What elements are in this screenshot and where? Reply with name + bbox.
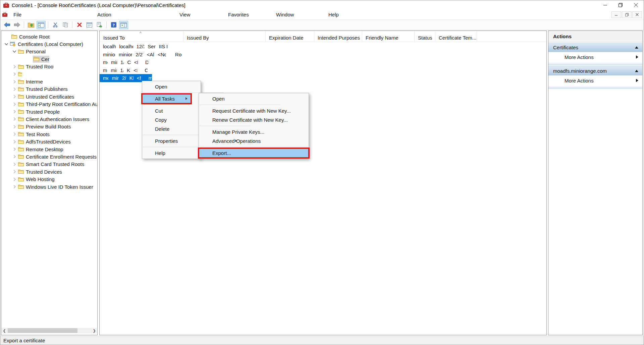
context-menu-item[interactable]: Copy — [142, 115, 163, 124]
chevron-icon[interactable] — [3, 42, 9, 47]
chevron-icon[interactable] — [11, 154, 17, 159]
tree-item[interactable]: Trusted Root Certification Autho — [1, 63, 54, 70]
scrollbar-thumb[interactable] — [8, 328, 77, 333]
up-one-level-button[interactable] — [26, 21, 36, 29]
help-button[interactable]: ? — [109, 21, 118, 29]
submenu-item[interactable] — [199, 124, 251, 127]
forward-button[interactable] — [12, 21, 21, 29]
show-action-pane-button[interactable] — [119, 21, 128, 29]
submenu-item[interactable]: Request Certificate with New Key... — [199, 106, 248, 115]
tree-item[interactable]: Intermediate Certification Autho — [1, 78, 43, 85]
context-menu-item[interactable]: All Tasks — [142, 94, 191, 103]
chevron-icon[interactable] — [11, 71, 17, 77]
menu-bar-item[interactable]: View — [176, 11, 225, 19]
scroll-left-icon[interactable]: ❮ — [2, 328, 7, 333]
tree-item[interactable]: Windows Live ID Token Issuer — [1, 183, 97, 190]
chevron-icon[interactable] — [11, 109, 17, 114]
minimize-button[interactable] — [597, 0, 613, 10]
chevron-icon[interactable] — [11, 169, 17, 174]
submenu-item[interactable] — [199, 146, 309, 149]
chevron-icon[interactable] — [11, 124, 17, 129]
chevron-icon[interactable] — [27, 56, 33, 62]
chevron-icon[interactable] — [11, 64, 17, 69]
column-header[interactable]: Intended Purposes — [314, 31, 362, 42]
scrollbar-track[interactable] — [7, 328, 92, 333]
tree-item[interactable]: Smart Card Trusted Roots — [1, 161, 97, 168]
chevron-icon[interactable] — [11, 79, 17, 84]
tree-item[interactable]: Trusted People — [1, 108, 97, 115]
tree-item[interactable]: AdfsTrustedDevices — [1, 138, 97, 145]
menu-bar-item[interactable]: Window — [273, 11, 325, 19]
table-row[interactable]: localhost localhost 12/26/2024 Server Au… — [100, 43, 183, 51]
chevron-icon[interactable] — [11, 87, 17, 92]
submenu-item[interactable]: Export... — [199, 149, 309, 158]
chevron-icon[interactable] — [5, 34, 11, 39]
submenu-item[interactable]: Open — [199, 94, 283, 103]
cut-button[interactable] — [51, 21, 60, 29]
submenu-item[interactable]: Renew Certificate with New Key... — [199, 115, 247, 124]
chevron-icon[interactable] — [11, 162, 17, 167]
more-actions-moadfs[interactable]: More Actions — [548, 75, 642, 85]
menu-bar-item[interactable]: Favorites — [225, 11, 273, 19]
chevron-icon[interactable] — [11, 177, 17, 182]
table-row[interactable]: moadfs.miniorange.com miniorange-MOADFS-… — [100, 66, 148, 74]
tree-item[interactable]: Enterprise Trust — [1, 70, 22, 78]
copy-button[interactable] — [61, 21, 70, 29]
tree-item[interactable]: Console Root — [1, 33, 85, 40]
mdi-minimize-button[interactable] — [611, 11, 621, 18]
collapse-icon[interactable] — [635, 70, 638, 72]
context-menu-item[interactable]: Help — [142, 149, 201, 158]
column-header[interactable]: Issued By — [183, 31, 266, 42]
column-header[interactable]: Certificate Tem... — [435, 31, 477, 42]
chevron-icon[interactable] — [11, 116, 17, 122]
tree-item[interactable]: Trusted Publishers — [1, 85, 97, 93]
menu-bar-item[interactable]: File — [10, 11, 94, 19]
mdi-close-button[interactable] — [632, 11, 642, 18]
mdi-restore-button[interactable] — [622, 11, 632, 18]
chevron-icon[interactable] — [11, 131, 17, 137]
chevron-icon[interactable] — [11, 139, 17, 145]
tree-horizontal-scrollbar[interactable]: ❮ ❯ — [2, 328, 97, 333]
tree-item[interactable]: Certificates (Local Computer) — [1, 40, 84, 48]
properties-button[interactable] — [85, 21, 94, 29]
back-button[interactable] — [2, 21, 11, 29]
submenu-item[interactable]: Manage Private Keys... — [199, 127, 220, 136]
restore-button[interactable] — [613, 0, 628, 10]
chevron-icon[interactable] — [11, 184, 17, 189]
tree-item[interactable]: Test Roots — [1, 130, 97, 138]
chevron-icon[interactable] — [11, 94, 17, 99]
table-row[interactable]: miniorange-MOADFS-CA-3 miniorange-MOADFS… — [100, 51, 182, 59]
tree-item[interactable]: Client Authentication Issuers — [1, 115, 97, 123]
actions-section-moadfs[interactable]: moadfs.miniorange.com — [548, 66, 642, 75]
context-menu-item[interactable]: Cut — [142, 106, 195, 115]
more-actions-certificates[interactable]: More Actions — [548, 52, 642, 62]
tree-item[interactable]: Untrusted Certificates — [1, 93, 97, 100]
submenu-item[interactable] — [199, 103, 281, 106]
chevron-icon[interactable] — [11, 147, 17, 152]
menu-bar-item[interactable]: Help — [325, 11, 346, 19]
column-header[interactable]: Expiration Date — [266, 31, 314, 42]
tree-item[interactable]: Trusted Devices — [1, 168, 97, 175]
column-header[interactable]: Status — [415, 31, 435, 42]
column-header[interactable]: Issued To — [100, 31, 183, 42]
context-menu-item[interactable] — [142, 146, 201, 149]
tree-item[interactable]: Certificate Enrollment Requests — [1, 153, 97, 160]
tree-item[interactable]: Certificates — [1, 55, 49, 63]
tree-item[interactable]: Third-Party Root Certification Au — [1, 101, 97, 108]
tree-item[interactable]: Preview Build Roots — [1, 123, 97, 130]
tree-item[interactable]: Remote Desktop — [1, 146, 97, 153]
actions-section-certificates[interactable]: Certificates — [548, 43, 642, 52]
show-console-tree-button[interactable] — [37, 21, 46, 29]
submenu-item[interactable]: Advanced Operations — [199, 136, 240, 146]
context-menu-item[interactable]: Properties — [142, 136, 201, 146]
delete-button[interactable] — [75, 21, 84, 29]
menu-bar-item[interactable]: Action — [94, 11, 176, 19]
context-menu-item[interactable]: Open — [142, 82, 226, 91]
close-button[interactable] — [628, 0, 644, 10]
chevron-icon[interactable] — [11, 102, 17, 107]
context-menu-item[interactable]: Delete — [142, 124, 184, 133]
export-list-button[interactable] — [95, 21, 104, 29]
table-row[interactable]: moadfs.miniorange.com miniorange-MOADFS-… — [100, 58, 148, 66]
tree-item[interactable]: Web Hosting — [1, 175, 97, 183]
context-menu-item[interactable] — [142, 103, 190, 106]
